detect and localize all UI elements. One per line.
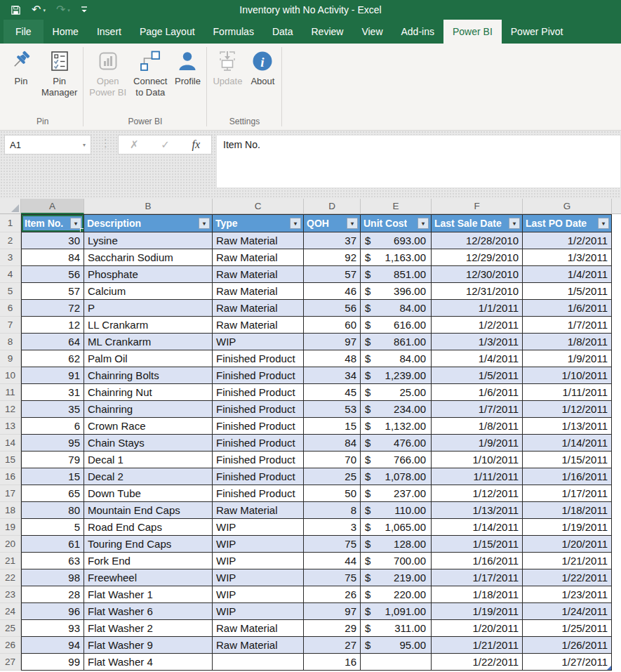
col-header-G[interactable]: G — [523, 199, 612, 214]
cell-G14[interactable]: 1/14/2011 — [523, 435, 612, 452]
cell-C20[interactable]: WIP — [213, 536, 304, 553]
cell-D15[interactable]: 70 — [304, 452, 361, 468]
tab-view[interactable]: View — [352, 20, 392, 44]
cell-D27[interactable]: 16 — [304, 654, 361, 671]
cell-G5[interactable]: 1/5/2011 — [523, 283, 612, 300]
row-header-5[interactable]: 5 — [0, 283, 21, 300]
cell-E18[interactable]: $110.00 — [361, 502, 432, 519]
tab-insert[interactable]: Insert — [88, 20, 131, 44]
cell-D26[interactable]: 27 — [304, 637, 361, 654]
row-header-17[interactable]: 17 — [0, 485, 21, 502]
cell-B2[interactable]: Lysine — [84, 232, 213, 249]
cell-A11[interactable]: 31 — [21, 384, 84, 401]
formula-input[interactable]: Item No. — [216, 135, 621, 188]
row-header-19[interactable]: 19 — [0, 519, 21, 536]
cell-A14[interactable]: 95 — [21, 435, 84, 452]
col-header-F[interactable]: F — [432, 199, 523, 214]
cell-F19[interactable]: 1/14/2011 — [432, 519, 523, 536]
cell-F7[interactable]: 1/2/2011 — [432, 317, 523, 334]
cell-E8[interactable]: $861.00 — [361, 334, 432, 350]
filter-dropdown-button[interactable]: ▾ — [418, 218, 429, 229]
cell-C13[interactable]: Finished Product — [213, 418, 304, 435]
cell-E25[interactable]: $311.00 — [361, 620, 432, 637]
cell-G24[interactable]: 1/24/2011 — [523, 603, 612, 620]
cell-G18[interactable]: 1/18/2011 — [523, 502, 612, 519]
cell-D7[interactable]: 60 — [304, 317, 361, 334]
cell-A5[interactable]: 57 — [21, 283, 84, 300]
cell-C12[interactable]: Finished Product — [213, 401, 304, 418]
header-cell-unit-cost[interactable]: Unit Cost▾ — [361, 214, 432, 232]
redo-button[interactable]: ↷▾ — [56, 4, 70, 15]
cell-F25[interactable]: 1/20/2011 — [432, 620, 523, 637]
cell-B16[interactable]: Decal 2 — [84, 468, 213, 485]
cell-C6[interactable]: Raw Material — [213, 300, 304, 317]
cell-B24[interactable]: Flat Washer 6 — [84, 603, 213, 620]
cell-C5[interactable]: Raw Material — [213, 283, 304, 300]
cell-E24[interactable]: $1,091.00 — [361, 603, 432, 620]
name-box[interactable]: A1 ▾ — [4, 135, 91, 154]
cell-E10[interactable]: $1,239.00 — [361, 367, 432, 384]
cell-E19[interactable]: $1,065.00 — [361, 519, 432, 536]
cell-G8[interactable]: 1/8/2011 — [523, 334, 612, 350]
cell-G9[interactable]: 1/9/2011 — [523, 350, 612, 367]
cell-G13[interactable]: 1/13/2011 — [523, 418, 612, 435]
cell-C19[interactable]: WIP — [213, 519, 304, 536]
cell-E5[interactable]: $396.00 — [361, 283, 432, 300]
save-button[interactable] — [11, 5, 21, 15]
tab-data[interactable]: Data — [263, 20, 302, 44]
header-cell-description[interactable]: Description▾ — [84, 214, 213, 232]
cell-B26[interactable]: Flat Washer 9 — [84, 637, 213, 654]
select-all-button[interactable] — [0, 199, 21, 214]
cell-D22[interactable]: 75 — [304, 569, 361, 586]
cell-A25[interactable]: 93 — [21, 620, 84, 637]
cell-A3[interactable]: 84 — [21, 249, 84, 266]
connect-to-data-button[interactable]: Connectto Data — [130, 45, 171, 98]
cell-G3[interactable]: 1/3/2011 — [523, 249, 612, 266]
undo-button[interactable]: ↶▾ — [32, 4, 46, 15]
cell-C18[interactable]: Raw Material — [213, 502, 304, 519]
cell-E11[interactable]: $25.00 — [361, 384, 432, 401]
cell-G11[interactable]: 1/11/2011 — [523, 384, 612, 401]
cell-C26[interactable]: Raw Material — [213, 637, 304, 654]
cell-B18[interactable]: Mountain End Caps — [84, 502, 213, 519]
row-header-6[interactable]: 6 — [0, 300, 21, 317]
cell-D8[interactable]: 97 — [304, 334, 361, 350]
cell-D14[interactable]: 84 — [304, 435, 361, 452]
cell-D4[interactable]: 57 — [304, 266, 361, 283]
table-resize-handle[interactable] — [607, 666, 611, 670]
cell-C23[interactable]: WIP — [213, 586, 304, 603]
cell-C25[interactable]: Raw Material — [213, 620, 304, 637]
row-header-8[interactable]: 8 — [0, 334, 21, 350]
cell-E23[interactable]: $220.00 — [361, 586, 432, 603]
row-header-3[interactable]: 3 — [0, 249, 21, 266]
cell-G19[interactable]: 1/19/2011 — [523, 519, 612, 536]
cell-A15[interactable]: 79 — [21, 452, 84, 468]
col-header-B[interactable]: B — [84, 199, 213, 214]
cell-D21[interactable]: 44 — [304, 553, 361, 569]
cell-D23[interactable]: 26 — [304, 586, 361, 603]
cell-C2[interactable]: Raw Material — [213, 232, 304, 249]
open-power-bi-button[interactable]: OpenPower BI — [86, 45, 130, 98]
tab-page-layout[interactable]: Page Layout — [131, 20, 204, 44]
filter-dropdown-button[interactable]: ▾ — [70, 218, 81, 229]
cell-D25[interactable]: 29 — [304, 620, 361, 637]
cell-E6[interactable]: $84.00 — [361, 300, 432, 317]
cell-E14[interactable]: $476.00 — [361, 435, 432, 452]
cell-C4[interactable]: Raw Material — [213, 266, 304, 283]
filter-dropdown-button[interactable]: ▾ — [199, 218, 210, 229]
cell-E22[interactable]: $219.00 — [361, 569, 432, 586]
cell-B5[interactable]: Calcium — [84, 283, 213, 300]
cell-D5[interactable]: 46 — [304, 283, 361, 300]
header-cell-qoh[interactable]: QOH▾ — [304, 214, 361, 232]
row-header-10[interactable]: 10 — [0, 367, 21, 384]
row-header-7[interactable]: 7 — [0, 317, 21, 334]
cell-F22[interactable]: 1/17/2011 — [432, 569, 523, 586]
cell-G26[interactable]: 1/26/2011 — [523, 637, 612, 654]
cell-F11[interactable]: 1/6/2011 — [432, 384, 523, 401]
cell-A17[interactable]: 65 — [21, 485, 84, 502]
cell-G23[interactable]: 1/23/2011 — [523, 586, 612, 603]
col-header-E[interactable]: E — [361, 199, 432, 214]
cell-E7[interactable]: $616.00 — [361, 317, 432, 334]
cell-A19[interactable]: 5 — [21, 519, 84, 536]
cell-D3[interactable]: 92 — [304, 249, 361, 266]
